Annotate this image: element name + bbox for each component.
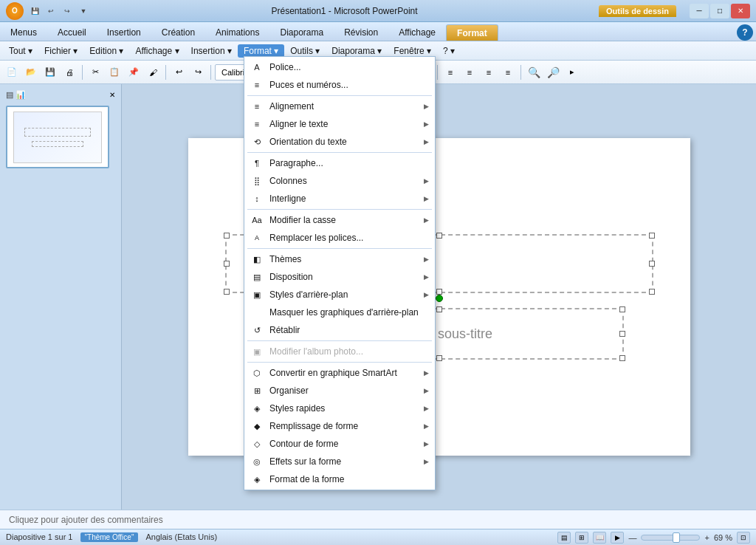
slide-editor[interactable]: outer un sous-titre: [122, 84, 756, 510]
redo-btn[interactable]: ↪: [189, 64, 207, 81]
sub-handle-tm[interactable]: [436, 306, 442, 312]
save-quick-btn[interactable]: 💾: [28, 4, 41, 18]
office-logo-icon[interactable]: O: [6, 2, 24, 20]
align-left-btn[interactable]: ≡: [441, 64, 459, 81]
menu-alignement[interactable]: ≡ Alignement ▶: [244, 97, 435, 115]
align-center-btn[interactable]: ≡: [461, 64, 478, 81]
tab-accueil[interactable]: Accueil: [47, 24, 97, 41]
menu-police[interactable]: A Police...: [244, 58, 435, 76]
tab-creation[interactable]: Création: [151, 24, 205, 41]
menu-format[interactable]: Format ▾: [238, 44, 284, 58]
view-normal-btn[interactable]: ▤: [557, 532, 571, 544]
print-btn[interactable]: 🖨: [61, 64, 78, 81]
handle-tm[interactable]: [436, 233, 442, 239]
help-btn[interactable]: ?: [737, 24, 753, 41]
paragraphe-icon: ¶: [250, 157, 264, 170]
disposition-label: Disposition: [269, 272, 418, 282]
puces-label: Puces et numéros...: [269, 80, 429, 90]
menu-colonnes[interactable]: ⣿ Colonnes ▶: [244, 172, 435, 190]
zoom-in-btn[interactable]: 🔎: [544, 64, 562, 81]
menu-remplacer[interactable]: A Remplacer les polices...: [244, 229, 435, 247]
undo-quick-btn[interactable]: ↩: [44, 4, 58, 18]
menu-remplissage[interactable]: ◆ Remplissage de forme ▶: [244, 417, 435, 435]
comments-bar[interactable]: Cliquez pour ajouter des commentaires: [0, 510, 756, 529]
handle-ml[interactable]: [224, 261, 230, 267]
menu-arriere-plan-styles[interactable]: ▣ Styles d'arrière-plan ▶: [244, 286, 435, 304]
bullets-btn[interactable]: ≡: [499, 64, 517, 81]
sub-handle-br[interactable]: [619, 355, 625, 361]
menu-insertion[interactable]: Insertion ▾: [185, 44, 238, 58]
menu-casse[interactable]: Aa Modifier la casse ▶: [244, 211, 435, 229]
handle-tl[interactable]: [224, 233, 230, 239]
tab-animations[interactable]: Animations: [205, 24, 269, 41]
rotation-handle[interactable]: [436, 295, 443, 302]
open-btn[interactable]: 📂: [22, 64, 40, 81]
menu-fichier[interactable]: Fichier ▾: [38, 44, 83, 58]
more-quick-btn[interactable]: ▼: [77, 4, 90, 18]
view-slideshow-btn[interactable]: ▶: [611, 532, 624, 544]
menu-organiser[interactable]: ⊞ Organiser ▶: [244, 382, 435, 400]
menu-paragraphe[interactable]: ¶ Paragraphe...: [244, 154, 435, 172]
handle-tr[interactable]: [649, 233, 655, 239]
menu-edition[interactable]: Edition ▾: [83, 44, 129, 58]
menu-format-forme[interactable]: ◈ Format de la forme: [244, 470, 435, 488]
zoom-thumb[interactable]: [673, 532, 680, 543]
cut-btn[interactable]: ✂: [86, 64, 104, 81]
menu-styles-rapides[interactable]: ◈ Styles rapides ▶: [244, 400, 435, 417]
menu-outils[interactable]: Outils ▾: [284, 44, 326, 58]
tab-insertion[interactable]: Insertion: [97, 24, 151, 41]
tab-affichage[interactable]: Affichage: [388, 24, 446, 41]
new-btn[interactable]: 📄: [3, 64, 21, 81]
paste-btn[interactable]: 📌: [125, 64, 142, 81]
view-slide-sorter-btn[interactable]: ⊞: [575, 532, 588, 544]
maximize-button[interactable]: □: [710, 4, 729, 18]
sub-handle-mr[interactable]: [619, 331, 625, 337]
status-left: Diapositive 1 sur 1 "Thème Office" Angla…: [6, 532, 217, 542]
menu-fenetre[interactable]: Fenêtre ▾: [388, 44, 437, 58]
menu-contour[interactable]: ◇ Contour de forme ▶: [244, 435, 435, 453]
format-painter-btn[interactable]: 🖌: [144, 64, 162, 81]
menu-disposition[interactable]: ▤ Disposition ▶: [244, 268, 435, 286]
minimize-button[interactable]: ─: [690, 4, 709, 18]
tab-revision[interactable]: Révision: [334, 24, 388, 41]
zoom-increase-btn[interactable]: +: [704, 533, 709, 542]
theme-name[interactable]: "Thème Office": [80, 532, 139, 542]
zoom-out-btn[interactable]: 🔍: [525, 64, 543, 81]
menu-interligne[interactable]: ↕ Interligne ▶: [244, 190, 435, 208]
menu-aligner-texte[interactable]: ≡ Aligner le texte ▶: [244, 115, 435, 133]
handle-bm[interactable]: [436, 289, 442, 295]
menu-diaporama[interactable]: Diaporama ▾: [326, 44, 388, 58]
sub-handle-tr[interactable]: [619, 306, 625, 312]
menu-affichage[interactable]: Affichage ▾: [129, 44, 185, 58]
tab-diaporama[interactable]: Diaporama: [269, 24, 334, 41]
zoom-decrease-btn[interactable]: —: [628, 533, 636, 542]
redo-quick-btn[interactable]: ↪: [61, 4, 74, 18]
menu-effets[interactable]: ◎ Effets sur la forme ▶: [244, 453, 435, 470]
menu-orientation[interactable]: ⟲ Orientation du texte ▶: [244, 133, 435, 151]
copy-btn[interactable]: 📋: [106, 64, 123, 81]
undo-btn[interactable]: ↩: [170, 64, 188, 81]
slide-thumb-1[interactable]: 1: [6, 106, 109, 168]
menu-masquer-graphiques[interactable]: Masquer les graphiques d'arrière-plan: [244, 304, 435, 321]
handle-mr[interactable]: [649, 261, 655, 267]
zoom-slider[interactable]: [641, 535, 700, 541]
save-btn[interactable]: 💾: [41, 64, 59, 81]
more-toolbar-btn[interactable]: ▸: [563, 64, 581, 81]
menu-help[interactable]: ? ▾: [437, 44, 461, 58]
close-button[interactable]: ✕: [731, 4, 750, 18]
colonnes-arrow: ▶: [424, 177, 429, 185]
tab-menus[interactable]: Menus: [0, 24, 47, 41]
menu-themes[interactable]: ◧ Thèmes ▶: [244, 250, 435, 268]
tab-format[interactable]: Format: [446, 24, 498, 41]
menu-tout[interactable]: Tout ▾: [3, 44, 38, 58]
sub-handle-bm[interactable]: [436, 355, 442, 361]
slides-panel-close[interactable]: ✕: [109, 91, 115, 99]
align-right-btn[interactable]: ≡: [480, 64, 498, 81]
menu-retablir[interactable]: ↺ Rétablir: [244, 321, 435, 339]
handle-br[interactable]: [649, 289, 655, 295]
menu-convertir-smartart[interactable]: ⬡ Convertir en graphique SmartArt ▶: [244, 364, 435, 382]
view-reading-btn[interactable]: 📖: [593, 532, 606, 544]
menu-puces[interactable]: ≡ Puces et numéros...: [244, 76, 435, 94]
fit-window-btn[interactable]: ⊡: [737, 532, 750, 544]
handle-bl[interactable]: [224, 289, 230, 295]
